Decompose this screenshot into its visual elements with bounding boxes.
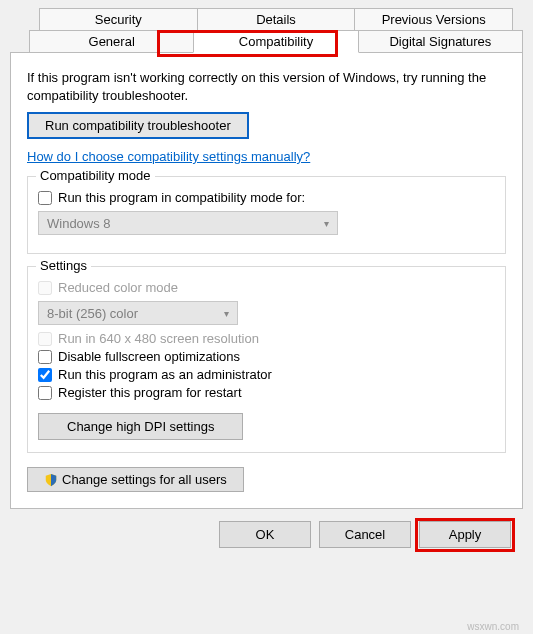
tabs-container: Security Details Previous Versions Gener…: [10, 8, 523, 509]
res-640-row: Run in 640 x 480 screen resolution: [38, 331, 495, 346]
tab-security[interactable]: Security: [39, 8, 198, 31]
chevron-down-icon: ▾: [224, 308, 229, 319]
reduced-color-label: Reduced color mode: [58, 280, 178, 295]
tabs-row-2: General Compatibility Digital Signatures: [10, 30, 523, 53]
intro-text: If this program isn't working correctly …: [27, 69, 506, 104]
disable-fullscreen-label: Disable fullscreen optimizations: [58, 349, 240, 364]
color-mode-value: 8-bit (256) color: [47, 306, 138, 321]
tabs-row-1: Security Details Previous Versions: [10, 8, 523, 31]
tab-previous-versions[interactable]: Previous Versions: [354, 8, 513, 31]
res-640-label: Run in 640 x 480 screen resolution: [58, 331, 259, 346]
shield-icon: [44, 473, 58, 487]
run-admin-checkbox[interactable]: [38, 368, 52, 382]
compat-mode-label: Run this program in compatibility mode f…: [58, 190, 305, 205]
apply-button[interactable]: Apply: [419, 521, 511, 548]
change-dpi-button[interactable]: Change high DPI settings: [38, 413, 243, 440]
register-restart-row[interactable]: Register this program for restart: [38, 385, 495, 400]
disable-fullscreen-row[interactable]: Disable fullscreen optimizations: [38, 349, 495, 364]
run-admin-label: Run this program as an administrator: [58, 367, 272, 382]
reduced-color-checkbox: [38, 281, 52, 295]
settings-group: Settings Reduced color mode 8-bit (256) …: [27, 266, 506, 453]
run-admin-row[interactable]: Run this program as an administrator: [38, 367, 495, 382]
tab-details[interactable]: Details: [197, 8, 356, 31]
chevron-down-icon: ▾: [324, 218, 329, 229]
settings-title: Settings: [36, 258, 91, 273]
tab-digital-signatures[interactable]: Digital Signatures: [358, 30, 523, 53]
compat-mode-checkbox[interactable]: [38, 191, 52, 205]
dialog-footer: OK Cancel Apply: [10, 509, 523, 548]
res-640-checkbox: [38, 332, 52, 346]
compat-mode-title: Compatibility mode: [36, 168, 155, 183]
cancel-button[interactable]: Cancel: [319, 521, 411, 548]
run-troubleshooter-button[interactable]: Run compatibility troubleshooter: [27, 112, 249, 139]
watermark: wsxwn.com: [467, 621, 519, 632]
change-all-users-button[interactable]: Change settings for all users: [27, 467, 244, 492]
compat-mode-combo-value: Windows 8: [47, 216, 111, 231]
compat-mode-checkbox-row[interactable]: Run this program in compatibility mode f…: [38, 190, 495, 205]
ok-button[interactable]: OK: [219, 521, 311, 548]
compat-mode-combo[interactable]: Windows 8 ▾: [38, 211, 338, 235]
compatibility-mode-group: Compatibility mode Run this program in c…: [27, 176, 506, 254]
tab-general[interactable]: General: [29, 30, 194, 53]
tab-content: If this program isn't working correctly …: [10, 52, 523, 509]
disable-fullscreen-checkbox[interactable]: [38, 350, 52, 364]
register-restart-checkbox[interactable]: [38, 386, 52, 400]
change-all-users-label: Change settings for all users: [62, 472, 227, 487]
properties-dialog: Security Details Previous Versions Gener…: [0, 0, 533, 558]
color-mode-combo: 8-bit (256) color ▾: [38, 301, 238, 325]
reduced-color-row: Reduced color mode: [38, 280, 495, 295]
register-restart-label: Register this program for restart: [58, 385, 242, 400]
tab-compatibility[interactable]: Compatibility: [193, 30, 358, 53]
manual-settings-link[interactable]: How do I choose compatibility settings m…: [27, 149, 310, 164]
